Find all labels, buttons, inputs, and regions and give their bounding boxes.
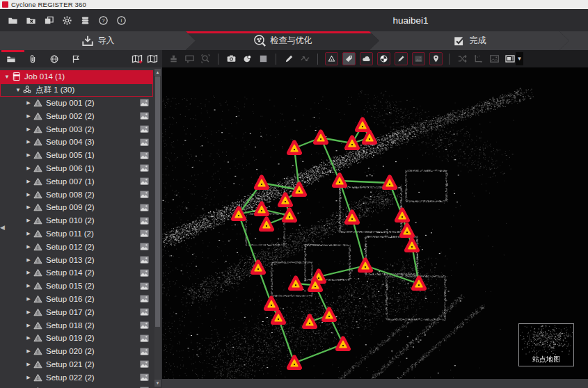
toggle-annotations-button[interactable] [395,52,408,65]
tree-item-setup[interactable]: ▶Setup 003 (2) [0,122,153,136]
setup-thumbnail-icon[interactable] [140,243,149,250]
collapse-expander-icon[interactable]: ▼ [3,74,10,80]
tree-item-setup[interactable]: ▶Setup 016 (2) [0,293,153,306]
expand-icon[interactable]: ▶ [25,192,32,197]
setup-thumbnail-icon[interactable] [140,373,149,381]
tree-item-setup[interactable]: ▶Setup 019 (2) [0,332,153,345]
expand-icon[interactable]: ▶ [25,139,32,145]
import-data-button[interactable] [41,13,56,28]
expand-icon[interactable]: ▶ [25,113,32,119]
collapse-expander-icon[interactable]: ▼ [15,87,22,93]
setup-marker[interactable] [289,143,300,156]
auto-link-button[interactable] [455,52,469,66]
scroll-down-icon[interactable]: ▼ [154,380,161,387]
bookmarks-tab[interactable] [65,51,86,67]
scroll-up-icon[interactable]: ▲ [154,69,161,76]
workflow-step-finalize[interactable]: 完成 [370,31,569,50]
zoom-window-tool-button[interactable] [198,52,212,66]
setup-thumbnail-icon[interactable] [140,191,149,198]
tree-item-setup[interactable]: ▶Setup 018 (2) [0,318,153,332]
setup-marker[interactable] [337,339,349,352]
toggle-images-button[interactable] [412,52,425,65]
help-button[interactable]: ? [95,13,111,28]
setup-marker[interactable] [304,316,315,330]
expand-icon[interactable]: ▶ [25,165,32,171]
setup-marker[interactable] [253,262,264,275]
snapshot-button[interactable] [224,52,238,66]
expand-icon[interactable]: ▶ [25,100,32,106]
web-tab[interactable] [43,51,65,67]
tree-item-setup[interactable]: ▶Setup 015 (2) [0,280,153,293]
setup-marker[interactable] [402,225,413,239]
setup-marker[interactable] [266,298,277,312]
tree-item-setup[interactable]: ▶Setup 020 (2) [0,345,153,358]
setup-marker[interactable] [406,240,418,253]
tree-item-setup[interactable]: ▶Setup 004 (3) [0,136,153,149]
setup-thumbnail-icon[interactable] [140,321,149,329]
tree-item-setup[interactable]: ▶Setup 007 (1) [0,175,153,188]
storage-button[interactable] [77,13,93,28]
tree-item-setup[interactable]: ▶Setup 011 (2) [0,227,153,241]
setup-thumbnail-icon[interactable] [140,295,149,302]
tree-item-setup[interactable]: ▶Setup 001 (2) [0,97,153,110]
setup-thumbnail-icon[interactable] [140,269,149,277]
setup-marker[interactable] [256,177,267,191]
layout-select-button[interactable]: ▼ [504,52,523,65]
expand-icon[interactable]: ▶ [25,283,32,289]
tree-item-cluster[interactable]: ▼ 点群 1 (30) [0,83,153,97]
setup-thumbnail-icon[interactable] [140,177,149,185]
expand-icon[interactable]: ▶ [25,244,32,250]
setup-thumbnail-icon[interactable] [140,256,149,264]
setup-marker[interactable] [357,120,368,133]
annotate-tool-button[interactable] [182,52,196,66]
setup-thumbnail-icon[interactable] [140,112,149,120]
setup-thumbnail-icon[interactable] [140,152,149,159]
tree-item-setup[interactable]: ▶Setup 005 (1) [0,149,153,162]
project-explorer-tab[interactable] [0,51,22,67]
clone-tool-button[interactable] [166,52,180,66]
setup-marker[interactable] [397,210,408,223]
site-map-viewport[interactable]: 站点地图 [162,67,588,379]
setup-marker[interactable] [256,204,267,217]
setup-marker[interactable] [413,278,424,291]
tree-item-setup[interactable]: ▶Setup 023 (2) [0,384,153,388]
expand-icon[interactable]: ▶ [25,231,32,236]
tree-item-setup[interactable]: ▶Setup 009 (2) [0,201,153,214]
setup-marker[interactable] [364,132,375,145]
expand-icon[interactable]: ▶ [25,296,32,302]
setup-thumbnail-icon[interactable] [140,360,149,368]
create-sitemap-button[interactable] [130,52,144,66]
tree-item-setup[interactable]: ▶Setup 017 (2) [0,305,153,318]
tree-item-setup[interactable]: ▶Setup 006 (1) [0,162,153,175]
about-button[interactable]: i [113,13,129,28]
workflow-step-review-optimize[interactable]: 检查与优化 [186,31,379,50]
setup-marker[interactable] [273,312,284,325]
open-sitemap-button[interactable] [145,52,159,66]
panel-collapse-icon[interactable]: ◀ [0,224,5,231]
open-project-button[interactable] [5,13,20,28]
setup-marker[interactable] [315,132,326,145]
color-mode-button[interactable] [240,52,254,66]
expand-icon[interactable]: ▶ [25,309,32,315]
assets-tab[interactable] [22,51,43,67]
image-overlay-button[interactable] [487,52,501,66]
toggle-setups-button[interactable] [325,52,338,65]
expand-icon[interactable]: ▶ [25,257,32,263]
dropdown-caret-icon[interactable]: ▼ [516,52,523,65]
setup-marker[interactable] [384,177,395,191]
tree-item-setup[interactable]: ▶Setup 022 (2) [0,371,153,384]
expand-icon[interactable]: ▶ [25,348,32,354]
setup-thumbnail-icon[interactable] [140,308,149,316]
setup-marker[interactable] [347,138,358,151]
tree-item-setup[interactable]: ▶Setup 010 (2) [0,214,153,227]
tree-item-setup[interactable]: ▶Setup 012 (2) [0,240,153,253]
expand-icon[interactable]: ▶ [25,127,32,132]
setup-thumbnail-icon[interactable] [140,348,149,355]
tree-item-setup[interactable]: ▶Setup 013 (2) [0,253,153,266]
expand-icon[interactable]: ▶ [25,204,32,210]
setup-thumbnail-icon[interactable] [140,164,149,172]
setup-marker[interactable] [290,278,301,291]
setup-thumbnail-icon[interactable] [140,217,149,225]
settings-button[interactable] [59,13,74,28]
setup-marker[interactable] [261,219,272,232]
